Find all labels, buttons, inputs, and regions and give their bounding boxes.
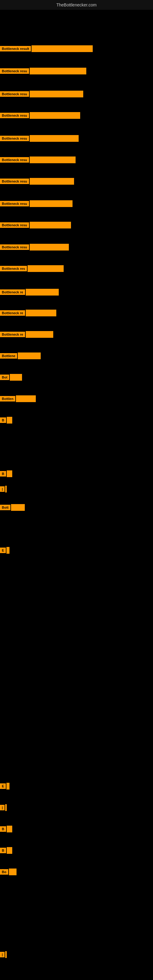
bottleneck-label: Bo: [0, 869, 8, 875]
bottleneck-row[interactable]: Bottleneck result: [0, 44, 153, 53]
bottleneck-bar: [30, 91, 83, 97]
bottleneck-row[interactable]: Bottleneck resu: [0, 134, 153, 143]
page-container: TheBottlenecker.com Bottleneck resultBot…: [0, 0, 153, 980]
bottleneck-label: Bottleneck resu: [0, 136, 29, 141]
bottleneck-bar: [7, 847, 12, 854]
bottleneck-row[interactable]: E: [0, 546, 153, 555]
bottleneck-label: Bott: [0, 505, 10, 510]
bottleneck-label: Bottleneck resu: [0, 178, 29, 184]
bottleneck-label: |: [0, 486, 5, 492]
bottleneck-label: Bottleneck resu: [0, 157, 29, 162]
bottleneck-label: E: [0, 547, 6, 553]
bottleneck-bar: [5, 804, 7, 811]
bottleneck-row[interactable]: Bottleneck resu: [0, 155, 153, 164]
bottleneck-bar: [6, 783, 10, 789]
bottleneck-bar: [30, 112, 80, 119]
bottleneck-bar: [26, 310, 56, 317]
bottleneck-row[interactable]: Bottleneck resu: [0, 67, 153, 76]
bottleneck-row[interactable]: |: [0, 950, 153, 959]
bottleneck-bar: [10, 374, 22, 381]
bottleneck-bar: [5, 486, 7, 492]
bottleneck-bar: [16, 395, 36, 402]
site-title: TheBottlenecker.com: [0, 0, 153, 10]
bottleneck-bar: [30, 178, 74, 185]
bottleneck-row[interactable]: B: [0, 824, 153, 834]
bottleneck-label: Bottlen: [0, 396, 15, 401]
bottleneck-label: |: [0, 952, 5, 957]
bottleneck-row[interactable]: Bottleneck res: [0, 264, 153, 273]
bottleneck-bar: [27, 265, 64, 272]
bottleneck-label: Bottleneck re: [0, 332, 25, 337]
bottleneck-label: B: [0, 848, 6, 853]
bottleneck-label: |: [0, 805, 5, 810]
bottleneck-bar: [30, 200, 73, 207]
bottleneck-bar: [30, 135, 79, 142]
bottleneck-row[interactable]: Bottleneck resu: [0, 177, 153, 186]
bottleneck-row[interactable]: Bot: [0, 373, 153, 382]
bottleneck-bar: [5, 951, 7, 958]
bottleneck-bar: [30, 222, 71, 229]
bottleneck-row[interactable]: Bottleneck re: [0, 288, 153, 297]
bottleneck-bar: [30, 156, 76, 163]
bottleneck-row[interactable]: B: [0, 846, 153, 855]
bottleneck-bar: [26, 289, 59, 296]
bottleneck-row[interactable]: Bottlen: [0, 394, 153, 403]
bottleneck-row[interactable]: Bottleneck re: [0, 330, 153, 339]
bottleneck-label: B: [0, 826, 6, 832]
bottleneck-label: Bottleneck res: [0, 266, 27, 271]
bottleneck-row[interactable]: Bottleneck resu: [0, 243, 153, 252]
bottleneck-bar: [7, 417, 12, 423]
bottleneck-row[interactable]: Bottleneck re: [0, 309, 153, 318]
bottleneck-label: B: [0, 471, 6, 477]
bottleneck-row[interactable]: Bottleneck resu: [0, 199, 153, 208]
bottleneck-row[interactable]: |: [0, 485, 153, 494]
bottleneck-label: Bottleneck resu: [0, 222, 29, 228]
bottleneck-label: Bottleneck result: [0, 46, 31, 51]
bottleneck-label: Bottleneck re: [0, 310, 25, 316]
bottleneck-label: Bottleneck resu: [0, 91, 29, 97]
bottleneck-bar: [11, 504, 25, 511]
bottleneck-bar: [7, 826, 12, 832]
bottleneck-row[interactable]: E: [0, 781, 153, 791]
bottleneck-bar: [30, 68, 86, 75]
bottleneck-label: Bottleneck resu: [0, 113, 29, 118]
bottleneck-row[interactable]: Bottleneck resu: [0, 111, 153, 120]
bottleneck-bar: [7, 470, 12, 477]
bottleneck-row[interactable]: Bottleneck resu: [0, 221, 153, 230]
bottleneck-label: Bottleneck resu: [0, 244, 29, 250]
bottleneck-row[interactable]: Bottleneck resu: [0, 89, 153, 99]
bottleneck-bar: [9, 869, 16, 875]
bottleneck-label: E: [0, 783, 6, 789]
bottleneck-bar: [32, 45, 93, 52]
bottleneck-bar: [6, 547, 10, 554]
bottleneck-row[interactable]: Bott: [0, 503, 153, 512]
bottleneck-label: B: [0, 417, 6, 423]
bottleneck-label: Bottlene: [0, 353, 17, 359]
bottleneck-bar: [30, 244, 69, 250]
bottleneck-row[interactable]: B: [0, 469, 153, 478]
bottleneck-row[interactable]: B: [0, 415, 153, 425]
bottleneck-row[interactable]: |: [0, 803, 153, 812]
bottleneck-label: Bottleneck resu: [0, 201, 29, 207]
bottleneck-row[interactable]: Bo: [0, 867, 153, 877]
bottleneck-bar: [18, 353, 41, 359]
bottleneck-label: Bot: [0, 375, 9, 380]
bottleneck-row[interactable]: Bottlene: [0, 351, 153, 360]
bottleneck-label: Bottleneck resu: [0, 68, 29, 74]
bottleneck-bar: [26, 331, 53, 338]
bottleneck-label: Bottleneck re: [0, 290, 25, 295]
